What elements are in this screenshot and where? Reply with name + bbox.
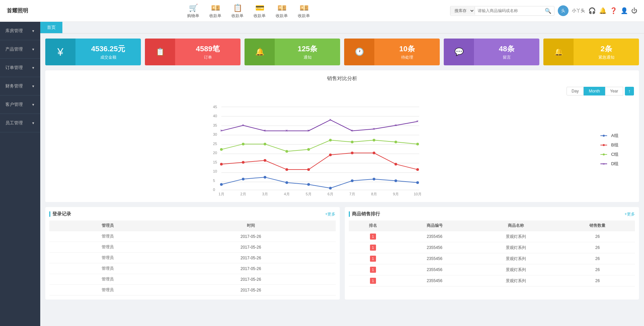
- login-user: 管理员: [49, 285, 166, 296]
- svg-text:×: ×: [351, 128, 353, 133]
- receipt1-icon: 💴: [209, 3, 221, 13]
- svg-point-45: [329, 153, 332, 156]
- sidebar-item-product[interactable]: 产品管理 ▼: [0, 40, 40, 59]
- nav-item-receipt3[interactable]: 💳 收款单: [254, 3, 266, 19]
- svg-point-50: [220, 148, 223, 151]
- search-button[interactable]: 🔍: [542, 6, 554, 15]
- rank-badge: 1: [370, 267, 376, 273]
- search-area: 搜库存 🔍: [450, 6, 554, 16]
- help-icon[interactable]: ❓: [610, 7, 617, 14]
- year-button[interactable]: Year: [605, 87, 623, 95]
- title-bar-product: [349, 211, 350, 217]
- search-select[interactable]: 搜库存: [450, 7, 475, 15]
- product-more-link[interactable]: +更多: [625, 211, 635, 217]
- power-icon[interactable]: ⏻: [631, 7, 637, 14]
- top-right: 搜库存 🔍 头 小丫头 🎧 🔔 ❓ 👤 ⏻: [450, 5, 637, 16]
- sidebar-item-customer[interactable]: 客户管理 ▼: [0, 95, 40, 114]
- svg-text:9月: 9月: [393, 192, 398, 196]
- headphone-icon[interactable]: 🎧: [588, 7, 596, 14]
- legend-label-C: C组: [611, 151, 619, 157]
- legend-label-D: D组: [611, 161, 619, 167]
- nav-item-receipt5[interactable]: 💴 收款单: [298, 3, 310, 19]
- sidebar-item-warehouse[interactable]: 库房管理 ▼: [0, 22, 40, 40]
- svg-point-46: [351, 152, 354, 154]
- name-cell: 景观灯系列: [472, 231, 560, 242]
- login-table-row: 管理员2017-05-26: [49, 253, 336, 263]
- svg-point-32: [264, 176, 266, 179]
- day-button[interactable]: Day: [567, 87, 584, 95]
- rank-badge: 1: [370, 278, 376, 284]
- svg-point-42: [264, 159, 266, 162]
- bell-icon[interactable]: 🔔: [599, 7, 606, 14]
- stat-card-pending[interactable]: 🕐 10条 待处理: [344, 39, 440, 65]
- stat-card-amount[interactable]: ¥ 4536.25元 成交金额: [45, 39, 141, 65]
- sidebar-item-order[interactable]: 订单管理 ▼: [0, 59, 40, 77]
- chevron-down-icon-3: ▼: [32, 66, 35, 70]
- shopping-icon: 🛒: [187, 3, 199, 13]
- sidebar: 库房管理 ▼ 产品管理 ▼ 订单管理 ▼ 财务管理 ▼ 客户管理 ▼ 员工管理 …: [0, 22, 40, 326]
- sidebar-item-finance[interactable]: 财务管理 ▼: [0, 77, 40, 95]
- stat-card-notify[interactable]: 🔔 125条 通知: [245, 39, 340, 65]
- product-ranking-title: 商品销售排行: [349, 211, 380, 217]
- svg-text:10: 10: [213, 169, 217, 173]
- svg-point-58: [394, 141, 397, 143]
- code-cell: 2355456: [397, 253, 472, 264]
- legend-C: C组: [600, 151, 634, 157]
- login-user: 管理员: [49, 263, 166, 274]
- receipt5-icon: 💴: [298, 3, 310, 13]
- chevron-down-icon-6: ▼: [32, 121, 35, 125]
- login-time: 2017-05-26: [166, 274, 336, 285]
- search-input[interactable]: [475, 7, 542, 14]
- login-user: 管理员: [49, 231, 166, 242]
- svg-text:×: ×: [394, 123, 397, 128]
- sidebar-label-warehouse: 库房管理: [5, 28, 23, 34]
- receipt2-icon: 📋: [231, 3, 244, 13]
- login-table-row: 管理员2017-05-26: [49, 285, 336, 296]
- product-table-row: 1 2355456 景观灯系列 26: [349, 253, 635, 264]
- login-records-header: 登录记录 +更多: [49, 211, 336, 217]
- legend-label-A: A组: [611, 133, 619, 139]
- stat-card-message[interactable]: 💬 48条 留言: [444, 39, 539, 65]
- name-cell: 景观灯系列: [472, 242, 560, 253]
- pending-label: 待处理: [401, 55, 413, 60]
- login-time: 2017-05-26: [166, 263, 336, 274]
- svg-text:0: 0: [213, 188, 215, 192]
- product-table-row: 1 2355456 景观灯系列 26: [349, 264, 635, 275]
- nav-item-shopping[interactable]: 🛒 购物单: [187, 3, 199, 19]
- chevron-down-icon-4: ▼: [32, 84, 35, 88]
- login-table-row: 管理员2017-05-26: [49, 242, 336, 253]
- breadcrumb-home[interactable]: 首页: [40, 22, 62, 33]
- svg-text:×: ×: [285, 128, 288, 133]
- nav-item-receipt2[interactable]: 📋 收款单: [231, 3, 244, 19]
- nav-label-receipt1: 收款单: [209, 13, 221, 19]
- chart-title: 销售对比分析: [50, 75, 634, 82]
- rank-badge: 1: [370, 234, 376, 240]
- login-time: 2017-05-26: [166, 253, 336, 263]
- chart-section: 销售对比分析 Day Month Year ↑ 45 40 35 30: [45, 70, 639, 202]
- month-button[interactable]: Month: [584, 87, 605, 95]
- receipt4-icon: 💴: [276, 3, 288, 13]
- rank-badge: 1: [370, 256, 376, 262]
- login-more-link[interactable]: +更多: [325, 211, 335, 217]
- rank-col-name: 商品名称: [472, 220, 560, 231]
- qty-cell: 26: [560, 231, 635, 242]
- rank-col-qty: 销售数量: [560, 220, 635, 231]
- breadcrumb-bar: 首页: [40, 22, 644, 34]
- user-icon[interactable]: 👤: [621, 7, 628, 14]
- amount-value: 4536.25元: [91, 44, 125, 54]
- nav-item-receipt4[interactable]: 💴 收款单: [276, 3, 288, 19]
- amount-label: 成交金额: [100, 55, 116, 60]
- nav-item-receipt1[interactable]: 💴 收款单: [209, 3, 221, 19]
- refresh-button[interactable]: ↑: [625, 87, 634, 95]
- svg-point-43: [285, 168, 288, 171]
- stat-card-order[interactable]: 📋 4589笔 订单: [145, 39, 240, 65]
- stat-card-urgent[interactable]: 🔔 2条 紧急通知: [543, 39, 639, 65]
- urgent-icon: 🔔: [543, 39, 574, 65]
- code-cell: 2355456: [397, 242, 472, 253]
- login-col-user: 管理员: [49, 220, 166, 231]
- svg-text:45: 45: [213, 105, 217, 109]
- svg-text:20: 20: [213, 151, 217, 155]
- sidebar-item-staff[interactable]: 员工管理 ▼: [0, 114, 40, 132]
- login-time: 2017-05-26: [166, 231, 336, 242]
- product-table-row: 1 2355456 景观灯系列 26: [349, 231, 635, 242]
